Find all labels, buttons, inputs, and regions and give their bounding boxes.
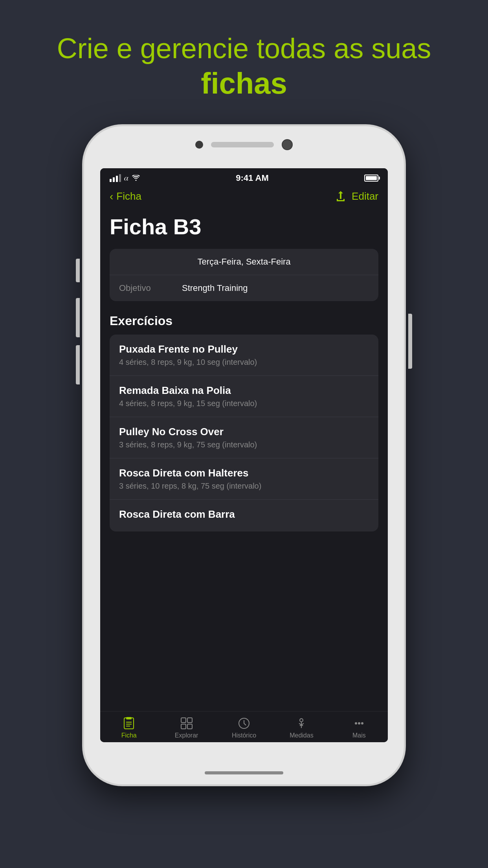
tab-mais[interactable]: Mais — [330, 716, 388, 739]
back-label: Ficha — [116, 190, 141, 202]
exercise-details-4: 3 séries, 10 reps, 8 kg, 75 seg (interva… — [119, 482, 369, 491]
earpiece-speaker — [211, 142, 274, 147]
tab-ficha-label: Ficha — [121, 732, 137, 739]
svg-point-19 — [361, 722, 363, 725]
signal-icon — [110, 174, 121, 182]
side-button-volume-down — [76, 345, 80, 384]
medidas-tab-icon — [294, 716, 308, 730]
battery-icon — [364, 175, 378, 182]
exercise-name-3: Pulley No Cross Over — [119, 426, 369, 438]
svg-rect-1 — [126, 717, 132, 719]
headline-section: Crie e gerencie todas as suas fichas — [0, 0, 488, 125]
objective-value: Strength Training — [182, 283, 248, 293]
side-button-power — [408, 314, 412, 369]
schedule-value: Terça-Feira, Sexta-Feira — [197, 257, 290, 267]
camera-lens — [282, 139, 293, 150]
ficha-tab-icon — [122, 716, 136, 730]
edit-button[interactable]: Editar — [352, 190, 378, 202]
tab-mais-label: Mais — [352, 732, 366, 739]
exercise-item-1[interactable]: Puxada Frente no Pulley 4 séries, 8 reps… — [110, 335, 378, 376]
info-card: Terça-Feira, Sexta-Feira Objetivo Streng… — [110, 249, 378, 301]
status-bar: 𝛼 9:41 AM — [100, 168, 388, 186]
main-content: Ficha B3 Terça-Feira, Sexta-Feira Objeti… — [100, 208, 388, 711]
mais-tab-icon — [352, 716, 366, 730]
share-icon[interactable] — [335, 190, 346, 203]
status-left: 𝛼 — [110, 173, 140, 182]
side-button-mute — [76, 259, 80, 282]
svg-rect-6 — [187, 718, 192, 723]
exercise-item-5[interactable]: Rosca Direta com Barra — [110, 500, 378, 531]
svg-rect-7 — [181, 724, 186, 729]
exercise-item-3[interactable]: Pulley No Cross Over 3 séries, 8 reps, 9… — [110, 417, 378, 458]
phone-mockup: 𝛼 9:41 AM ‹ Ficha — [83, 125, 405, 785]
wifi-icon: 𝛼 — [124, 173, 128, 182]
tab-historico[interactable]: Histórico — [215, 716, 273, 739]
ficha-title: Ficha B3 — [110, 214, 378, 239]
wifi-icon-svg — [132, 175, 140, 181]
back-chevron-icon: ‹ — [110, 190, 113, 203]
exercise-name-2: Remada Baixa na Polia — [119, 384, 369, 397]
exercise-item-4[interactable]: Rosca Direta com Halteres 3 séries, 10 r… — [110, 458, 378, 500]
tab-explorar-label: Explorar — [175, 732, 198, 739]
side-button-volume-up — [76, 298, 80, 337]
schedule-row: Terça-Feira, Sexta-Feira — [110, 249, 378, 275]
back-button[interactable]: ‹ Ficha — [110, 190, 141, 203]
headline-line1: Crie e gerencie todas as suas — [0, 31, 488, 65]
headline-line2: fichas — [0, 65, 488, 101]
svg-point-17 — [355, 722, 357, 725]
exercise-item-2[interactable]: Remada Baixa na Polia 4 séries, 8 reps, … — [110, 376, 378, 417]
exercise-details-2: 4 séries, 8 reps, 9 kg, 15 seg (interval… — [119, 399, 369, 408]
status-right — [364, 175, 378, 182]
exercises-list: Puxada Frente no Pulley 4 séries, 8 reps… — [110, 335, 378, 531]
tab-medidas[interactable]: Medidas — [273, 716, 330, 739]
tab-ficha[interactable]: Ficha — [100, 716, 158, 739]
exercise-details-3: 3 séries, 8 reps, 9 kg, 75 seg (interval… — [119, 440, 369, 449]
exercise-name-4: Rosca Direta com Halteres — [119, 467, 369, 479]
exercise-name-1: Puxada Frente no Pulley — [119, 343, 369, 355]
tab-historico-label: Histórico — [232, 732, 256, 739]
front-camera — [195, 141, 203, 149]
navigation-bar: ‹ Ficha Editar — [100, 186, 388, 208]
home-indicator — [205, 771, 283, 774]
svg-rect-8 — [187, 724, 192, 729]
objective-row: Objetivo Strength Training — [110, 275, 378, 301]
tab-bar: Ficha Explorar — [100, 711, 388, 742]
svg-rect-5 — [181, 718, 186, 723]
explorar-tab-icon — [180, 716, 194, 730]
historico-tab-icon — [237, 716, 251, 730]
svg-point-18 — [358, 722, 360, 725]
phone-top-detail — [185, 139, 303, 150]
objective-label: Objetivo — [119, 283, 182, 293]
exercises-section-title: Exercícios — [110, 314, 378, 328]
exercise-name-5: Rosca Direta com Barra — [119, 508, 369, 520]
svg-rect-0 — [124, 718, 134, 729]
nav-right-actions: Editar — [335, 190, 378, 203]
exercise-details-1: 4 séries, 8 reps, 9 kg, 10 seg (interval… — [119, 358, 369, 367]
status-time: 9:41 AM — [236, 173, 269, 183]
phone-screen: 𝛼 9:41 AM ‹ Ficha — [100, 168, 388, 742]
tab-explorar[interactable]: Explorar — [158, 716, 215, 739]
tab-medidas-label: Medidas — [290, 732, 313, 739]
svg-point-10 — [300, 719, 303, 722]
